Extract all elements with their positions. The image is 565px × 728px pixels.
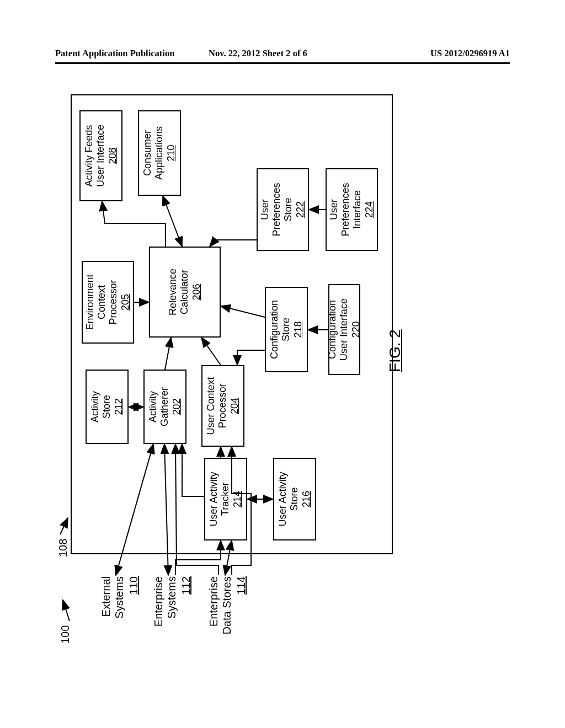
diagram-area: 100 External Systems 110 Enterprise Syst…: [55, 88, 406, 648]
diagram-stage: 100 External Systems 110 Enterprise Syst…: [55, 88, 406, 648]
header-rule: [55, 62, 510, 64]
header-right: US 2012/0296919 A1: [430, 48, 510, 59]
figure-label: FIG. 2: [386, 329, 404, 372]
header-mid: Nov. 22, 2012 Sheet 2 of 6: [209, 48, 307, 59]
page: Patent Application Publication Nov. 22, …: [0, 0, 565, 728]
header-left: Patent Application Publication: [55, 48, 174, 59]
svg-line-6: [165, 338, 171, 370]
svg-line-4: [225, 540, 232, 575]
connectors: [55, 88, 406, 648]
svg-line-3: [164, 444, 168, 575]
svg-line-7: [201, 338, 221, 365]
svg-line-2: [116, 444, 153, 575]
svg-line-12: [221, 306, 265, 317]
